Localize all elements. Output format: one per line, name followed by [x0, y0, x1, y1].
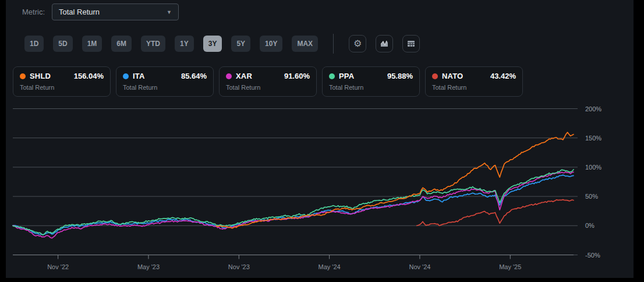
y-tick-label: 150%: [585, 135, 601, 142]
series-line-shld: [217, 132, 574, 228]
series-line-xar: [13, 172, 574, 238]
y-tick-label: 100%: [585, 164, 601, 171]
x-tick-label: Nov '24: [409, 263, 430, 270]
x-tick-label: Nov '23: [228, 263, 250, 270]
x-tick-label: Nov '22: [47, 263, 69, 270]
y-tick-label: 200%: [585, 105, 601, 112]
gridlines: [13, 109, 578, 255]
x-axis: Nov '22May '23Nov '23May '24Nov '24May '…: [13, 255, 574, 270]
x-tick-label: May '24: [319, 263, 341, 270]
price-chart[interactable]: 200%150%100%50%0%-50%Nov '22May '23Nov '…: [0, 0, 644, 282]
y-tick-label: 0%: [585, 222, 595, 229]
x-tick-label: May '25: [499, 263, 521, 270]
app-screenshot: Metric: Total Return ▼ 1D 5D 1M 6M YTD 1…: [0, 0, 644, 282]
x-tick-label: May '23: [137, 263, 160, 270]
y-axis-labels: 200%150%100%50%0%-50%: [585, 105, 601, 259]
series-line-nato: [417, 200, 574, 226]
y-tick-label: -50%: [585, 252, 600, 259]
y-tick-label: 50%: [585, 193, 598, 200]
